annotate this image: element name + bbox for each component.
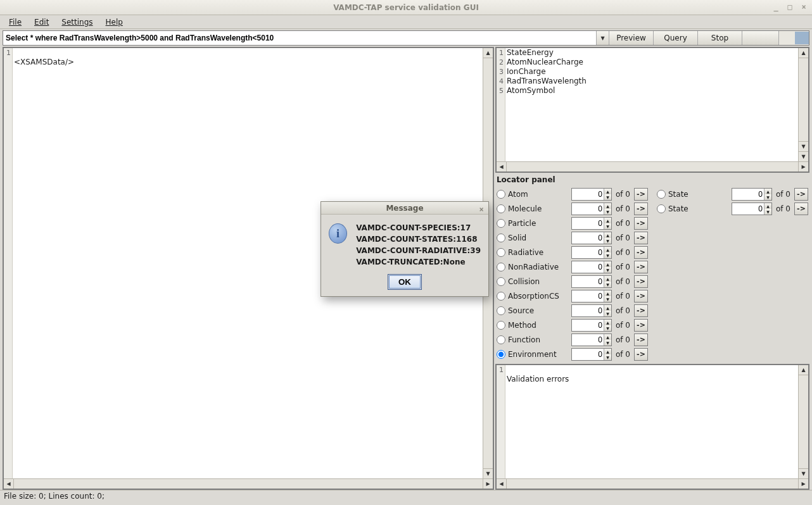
keyword-vscroll[interactable]: ▲ ▼ ▼ bbox=[798, 48, 808, 161]
keyword-item[interactable]: RadTransWavelength bbox=[507, 77, 797, 86]
spinner-up-icon[interactable]: ▲ bbox=[604, 290, 611, 296]
stop-button[interactable]: Stop bbox=[697, 31, 742, 45]
go-button[interactable]: -> bbox=[634, 261, 648, 273]
keyword-dropdown-icon[interactable]: ▼ bbox=[799, 151, 808, 161]
spinner-up-icon[interactable]: ▲ bbox=[604, 247, 611, 253]
scroll-track[interactable] bbox=[799, 58, 808, 141]
locator-spinner[interactable]: ▲▼ bbox=[732, 188, 772, 201]
menu-help[interactable]: Help bbox=[101, 16, 128, 28]
locator-radio-nonradiative[interactable] bbox=[497, 263, 505, 271]
spinner-input[interactable] bbox=[572, 276, 604, 287]
dialog-close-icon[interactable]: × bbox=[477, 203, 486, 212]
scroll-down-icon[interactable]: ▼ bbox=[483, 468, 493, 478]
spinner-up-icon[interactable]: ▲ bbox=[604, 218, 611, 223]
keyword-content[interactable]: StateEnergyAtomNuclearChargeIonChargeRad… bbox=[505, 48, 798, 161]
go-button[interactable]: -> bbox=[794, 203, 808, 215]
scroll-track[interactable] bbox=[507, 479, 798, 489]
spinner-down-icon[interactable]: ▼ bbox=[764, 194, 771, 200]
scroll-right-icon[interactable]: ▶ bbox=[798, 162, 808, 171]
query-input[interactable] bbox=[3, 31, 596, 45]
spinner-input[interactable] bbox=[572, 261, 604, 273]
validation-vscroll[interactable]: ▲ ▼ bbox=[798, 365, 808, 478]
scroll-down-icon[interactable]: ▼ bbox=[799, 141, 808, 151]
spinner-input[interactable] bbox=[572, 203, 604, 215]
locator-spinner[interactable]: ▲▼ bbox=[571, 261, 612, 273]
locator-spinner[interactable]: ▲▼ bbox=[571, 275, 612, 288]
spinner-input[interactable] bbox=[732, 189, 764, 200]
menu-file[interactable]: File bbox=[4, 16, 27, 28]
locator-spinner[interactable]: ▲▼ bbox=[571, 217, 612, 230]
spinner-input[interactable] bbox=[572, 290, 604, 302]
locator-spinner[interactable]: ▲▼ bbox=[571, 304, 612, 317]
spinner-input[interactable] bbox=[732, 203, 764, 215]
window-close-icon[interactable]: × bbox=[799, 3, 808, 11]
scroll-up-icon[interactable]: ▲ bbox=[483, 48, 493, 58]
locator-spinner[interactable]: ▲▼ bbox=[571, 246, 612, 259]
spinner-down-icon[interactable]: ▼ bbox=[604, 296, 611, 302]
spinner-down-icon[interactable]: ▼ bbox=[604, 354, 611, 360]
scroll-down-icon[interactable]: ▼ bbox=[799, 468, 808, 478]
spinner-input[interactable] bbox=[572, 305, 604, 316]
go-button[interactable]: -> bbox=[634, 246, 648, 259]
spinner-input[interactable] bbox=[572, 218, 604, 229]
spinner-up-icon[interactable]: ▲ bbox=[604, 276, 611, 282]
spinner-down-icon[interactable]: ▼ bbox=[604, 311, 611, 316]
locator-radio-solid[interactable] bbox=[497, 234, 505, 242]
go-button[interactable]: -> bbox=[634, 348, 648, 361]
locator-spinner[interactable]: ▲▼ bbox=[571, 319, 612, 332]
keyword-item[interactable]: StateEnergy bbox=[507, 48, 797, 58]
validation-hscroll[interactable]: ◀ ▶ bbox=[497, 478, 808, 489]
scroll-left-icon[interactable]: ◀ bbox=[497, 479, 507, 489]
go-button[interactable]: -> bbox=[794, 188, 808, 201]
spinner-down-icon[interactable]: ▼ bbox=[604, 267, 611, 273]
scroll-up-icon[interactable]: ▲ bbox=[799, 365, 808, 375]
locator-radio-absorptioncs[interactable] bbox=[497, 292, 505, 301]
spinner-down-icon[interactable]: ▼ bbox=[604, 223, 611, 229]
spinner-input[interactable] bbox=[572, 247, 604, 258]
spinner-down-icon[interactable]: ▼ bbox=[604, 253, 611, 258]
dialog-titlebar[interactable]: Message × bbox=[321, 202, 488, 215]
window-minimize-icon[interactable]: _ bbox=[771, 3, 780, 11]
locator-spinner[interactable]: ▲▼ bbox=[571, 203, 612, 215]
scroll-right-icon[interactable]: ▶ bbox=[483, 479, 493, 489]
locator-radio-collision[interactable] bbox=[497, 277, 505, 286]
keyword-item[interactable]: IonCharge bbox=[507, 67, 797, 77]
validation-box[interactable]: 1 Validation errors ▲ ▼ ◀ ▶ bbox=[495, 364, 809, 490]
spinner-input[interactable] bbox=[572, 320, 604, 331]
spinner-up-icon[interactable]: ▲ bbox=[604, 203, 611, 209]
spinner-up-icon[interactable]: ▲ bbox=[764, 189, 771, 194]
locator-radio-radiative[interactable] bbox=[497, 248, 505, 257]
scroll-left-icon[interactable]: ◀ bbox=[4, 479, 14, 489]
locator-radio-method[interactable] bbox=[497, 321, 505, 330]
go-button[interactable]: -> bbox=[634, 304, 648, 317]
query-history-dropdown[interactable]: ▼ bbox=[596, 31, 609, 45]
scroll-up-icon[interactable]: ▲ bbox=[799, 48, 808, 58]
preview-button[interactable]: Preview bbox=[609, 31, 653, 45]
ok-button[interactable]: OK bbox=[389, 275, 421, 289]
locator-radio-source[interactable] bbox=[497, 306, 505, 315]
locator-spinner[interactable]: ▲▼ bbox=[571, 232, 612, 244]
locator-radio-state[interactable] bbox=[657, 190, 666, 199]
locator-spinner[interactable]: ▲▼ bbox=[571, 188, 612, 201]
spinner-up-icon[interactable]: ▲ bbox=[764, 203, 771, 209]
go-button[interactable]: -> bbox=[634, 290, 648, 302]
spinner-down-icon[interactable]: ▼ bbox=[604, 340, 611, 346]
locator-radio-particle[interactable] bbox=[497, 219, 505, 228]
go-button[interactable]: -> bbox=[634, 334, 648, 346]
menu-settings[interactable]: Settings bbox=[56, 16, 98, 28]
locator-radio-atom[interactable] bbox=[497, 190, 505, 199]
spinner-up-icon[interactable]: ▲ bbox=[604, 349, 611, 354]
scroll-track[interactable] bbox=[14, 479, 483, 489]
spinner-up-icon[interactable]: ▲ bbox=[604, 232, 611, 238]
go-button[interactable]: -> bbox=[634, 217, 648, 230]
spinner-down-icon[interactable]: ▼ bbox=[604, 194, 611, 200]
keyword-item[interactable]: AtomSymbol bbox=[507, 86, 797, 96]
spinner-down-icon[interactable]: ▼ bbox=[604, 238, 611, 244]
scroll-left-icon[interactable]: ◀ bbox=[497, 162, 507, 171]
locator-spinner[interactable]: ▲▼ bbox=[571, 290, 612, 302]
keyword-item[interactable]: AtomNuclearCharge bbox=[507, 58, 797, 67]
keyword-hscroll[interactable]: ◀ ▶ bbox=[497, 161, 808, 171]
locator-radio-function[interactable] bbox=[497, 335, 505, 344]
locator-spinner[interactable]: ▲▼ bbox=[732, 203, 772, 215]
go-button[interactable]: -> bbox=[634, 203, 648, 215]
